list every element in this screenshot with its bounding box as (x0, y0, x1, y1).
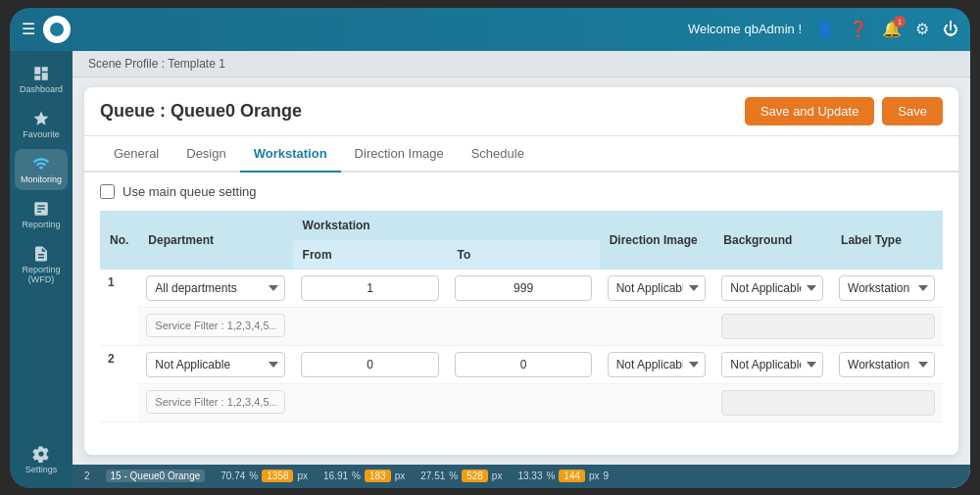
status-v4-unit: px (492, 470, 503, 481)
row2-label-type-select[interactable]: Workstation ID (839, 352, 935, 377)
status-page-val: 2 (84, 470, 90, 481)
status-p1-unit: % (249, 470, 258, 481)
status-p3-unit: % (449, 470, 458, 481)
main-queue-setting-label: Use main queue setting (122, 184, 257, 199)
logo-inner (50, 23, 64, 36)
row1-direction-image-cell: Not Applicable (600, 270, 714, 308)
row2-department-select[interactable]: Not Applicable All departments (146, 352, 284, 377)
top-nav-left: ☰ (22, 16, 71, 43)
status-p2-val: 16.91 (323, 470, 348, 481)
status-v1-unit: px (297, 470, 308, 481)
status-p2: 16.91 % 183 px (323, 470, 405, 482)
row1-no: 1 (100, 270, 138, 346)
status-p4: 13.33 % 144 px 9 (517, 470, 609, 482)
notification-icon[interactable]: 🔔 1 (882, 20, 902, 38)
breadcrumb: Scene Profile : Template 1 (73, 51, 970, 77)
hamburger-icon[interactable]: ☰ (22, 20, 35, 38)
top-nav: ☰ Welcome qbAdmin ! 👤 ❓ 🔔 1 ⚙ ⏻ (10, 8, 970, 51)
table-row-sub (100, 383, 943, 421)
col-header-from: From (293, 240, 448, 270)
row2-direction-image-cell: Not Applicable (600, 345, 714, 383)
device-frame: ☰ Welcome qbAdmin ! 👤 ❓ 🔔 1 ⚙ ⏻ Dashboar… (10, 8, 970, 488)
status-p1-val: 70.74 (220, 470, 245, 481)
row2-from-input[interactable] (301, 352, 440, 377)
row2-background-select[interactable]: Not Applicable (721, 352, 823, 377)
card-body: Use main queue setting No. Department Wo… (84, 173, 958, 455)
row1-to-cell (447, 270, 599, 308)
sidebar-item-favourite[interactable]: Favourite (15, 104, 68, 145)
row1-background-select[interactable]: Not Applicable (721, 275, 823, 301)
tab-schedule[interactable]: Schedule (458, 136, 538, 173)
user-icon[interactable]: 👤 (815, 20, 835, 38)
row2-no: 2 (100, 345, 138, 421)
row1-label-type-cell: Workstation ID (831, 270, 943, 308)
row2-from-cell (293, 345, 448, 383)
status-v5-unit: px (589, 470, 600, 481)
row1-label-extra-cell (713, 307, 943, 345)
row2-background-cell: Not Applicable (713, 345, 831, 383)
save-button[interactable]: Save (882, 97, 943, 125)
status-page: 2 (84, 470, 90, 481)
help-icon[interactable]: ❓ (849, 20, 868, 38)
status-bar: 2 15 - Queue0 Orange 70.74 % 1358 px 16.… (73, 465, 970, 488)
sidebar-item-monitoring[interactable]: Monitoring (15, 149, 68, 190)
row1-from-input[interactable] (301, 275, 440, 301)
row1-direction-image-select[interactable]: Not Applicable (608, 275, 707, 301)
status-p3: 27.51 % 528 px (420, 470, 502, 482)
main-queue-setting-checkbox[interactable] (100, 184, 115, 199)
row2-service-filter-cell (138, 383, 292, 421)
row1-to-input[interactable] (455, 275, 591, 301)
row2-department-cell: Not Applicable All departments (138, 345, 292, 383)
row2-to-cell (447, 345, 599, 383)
col-header-department: Department (138, 211, 292, 270)
sidebar-item-reporting-wfd[interactable]: Reporting (WFD) (15, 239, 68, 290)
tab-direction-image[interactable]: Direction Image (341, 136, 458, 173)
settings-icon[interactable]: ⚙ (915, 20, 929, 38)
logout-icon[interactable]: ⏻ (943, 21, 958, 38)
main-queue-setting-row: Use main queue setting (100, 184, 943, 199)
row2-label-extra-input[interactable] (721, 390, 935, 416)
notification-badge: 1 (894, 16, 906, 27)
status-template-val: 15 - Queue0 Orange (106, 470, 206, 482)
row1-label-type-select[interactable]: Workstation ID (839, 275, 935, 301)
col-header-label-type: Label Type (831, 211, 943, 270)
status-v5-val: 144 (559, 470, 585, 482)
card-header: Queue : Queue0 Orange Save and Update Sa… (84, 87, 958, 136)
sidebar-item-reporting-wfd-label: Reporting (WFD) (19, 265, 64, 284)
sidebar-item-dashboard[interactable]: Dashboard (15, 59, 68, 100)
main-card: Queue : Queue0 Orange Save and Update Sa… (84, 87, 958, 455)
status-p3-val: 27.51 (420, 470, 445, 481)
row2-to-input[interactable] (455, 352, 591, 377)
status-v1-val: 1358 (262, 470, 293, 482)
col-header-no: No. (100, 211, 138, 270)
row2-label-extra-cell (713, 383, 943, 421)
row1-background-cell: Not Applicable (713, 270, 831, 308)
content-area: Scene Profile : Template 1 Queue : Queue… (73, 51, 970, 488)
row2-label-type-cell: Workstation ID (831, 345, 943, 383)
status-v6-val: 9 (604, 470, 610, 481)
row1-department-select[interactable]: All departments Not Applicable (146, 275, 284, 301)
row2-service-filter-input[interactable] (146, 390, 284, 414)
header-buttons: Save and Update Save (745, 97, 943, 125)
workstation-table: No. Department Workstation Direction Ima… (100, 211, 943, 422)
row1-label-extra-input[interactable] (721, 314, 935, 339)
row1-service-filter-input[interactable] (146, 314, 284, 337)
app-logo (43, 16, 71, 43)
sidebar-item-settings[interactable]: Settings (15, 439, 68, 480)
status-v2-val: 183 (365, 470, 391, 482)
tab-workstation[interactable]: Workstation (240, 136, 341, 173)
sidebar-item-favourite-label: Favourite (23, 129, 60, 139)
status-p4-val: 13.33 (517, 470, 542, 481)
sidebar: Dashboard Favourite Monitoring Reporting… (10, 51, 73, 488)
col-header-workstation-group: Workstation (293, 211, 600, 240)
save-and-update-button[interactable]: Save and Update (745, 97, 874, 125)
tab-design[interactable]: Design (172, 136, 239, 173)
main-layout: Dashboard Favourite Monitoring Reporting… (10, 51, 970, 488)
row2-direction-image-select[interactable]: Not Applicable (608, 352, 707, 377)
sidebar-item-reporting[interactable]: Reporting (15, 194, 68, 235)
row2-spacer (293, 383, 714, 421)
tab-general[interactable]: General (100, 136, 172, 173)
col-header-direction-image: Direction Image (600, 211, 714, 270)
status-p4-unit: % (546, 470, 555, 481)
status-template: 15 - Queue0 Orange (106, 470, 206, 482)
